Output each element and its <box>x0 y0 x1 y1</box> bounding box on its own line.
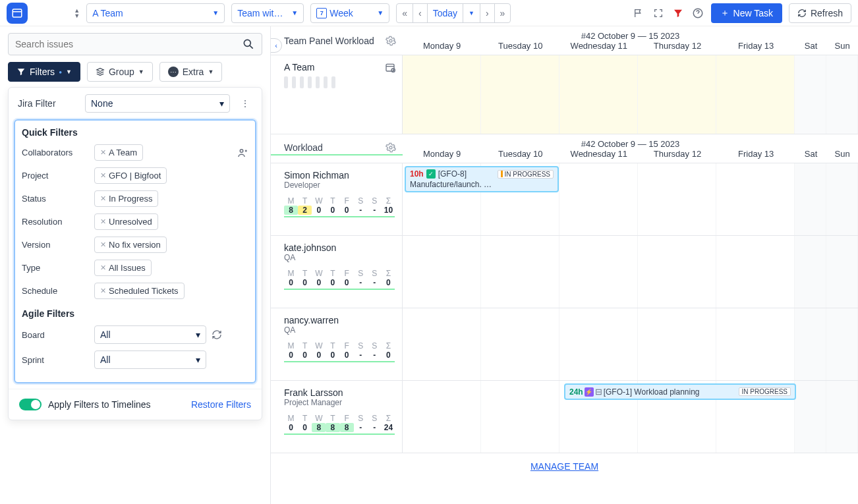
chip-schedule[interactable]: ✕Scheduled Tickets <box>94 283 185 299</box>
extra-button[interactable]: ⋯ Extra ▼ <box>159 62 223 82</box>
chevron-down-icon: ▼ <box>66 69 72 75</box>
close-icon[interactable]: ✕ <box>100 287 106 295</box>
gear-icon[interactable] <box>386 142 396 153</box>
close-icon[interactable]: ✕ <box>100 240 106 249</box>
day-header: Tuesday 10 <box>481 149 559 159</box>
person-icon[interactable] <box>237 147 248 159</box>
task-hours: 10h <box>410 169 424 179</box>
day-header: Wednesday 11 <box>559 149 638 159</box>
close-icon[interactable]: ✕ <box>100 264 106 272</box>
day-header: Monday 9 <box>403 41 481 51</box>
chevron-down-icon: ▼ <box>291 9 298 16</box>
workload-header: Workload #42 October 9 — 15 2023 Monday … <box>271 134 858 163</box>
chip-status[interactable]: ✕In Progress <box>94 190 158 207</box>
team-workload-bars <box>284 76 395 88</box>
chip-project[interactable]: ✕GFO | Bigfoot <box>94 167 167 184</box>
svg-point-6 <box>389 40 392 42</box>
kebab-icon[interactable]: ⋮ <box>238 98 252 109</box>
day-header: Wednesday 11 <box>559 41 638 51</box>
day-header: Sun <box>826 41 858 51</box>
sidebar: Filters ● ▼ Group ▼ ⋯ Extra ▼ Jira Filte… <box>0 26 270 504</box>
task-type-icon: ✓ <box>426 169 436 179</box>
team-panel-title: Team Panel Workload <box>284 36 374 46</box>
nav-prev-button[interactable]: ‹ <box>413 4 428 22</box>
person-role: Developer <box>284 181 395 190</box>
svg-rect-0 <box>13 9 22 17</box>
more-icon: ⋯ <box>168 67 179 77</box>
chip-version[interactable]: ✕No fix version <box>94 237 167 253</box>
quick-filters-section: Quick Filters Collaborators ✕A Team Proj… <box>14 119 256 383</box>
help-icon[interactable] <box>691 7 704 20</box>
task-card[interactable]: 10h✓[GFO-8]IN PROGRESSManufacture/launch… <box>405 166 559 192</box>
person-role: QA <box>284 253 395 262</box>
svg-line-4 <box>250 45 253 49</box>
chevron-down-icon: ▼ <box>212 9 219 16</box>
app-icon <box>7 3 28 24</box>
fullscreen-icon[interactable] <box>652 7 665 20</box>
refresh-icon[interactable] <box>212 329 222 340</box>
refresh-icon <box>797 9 807 18</box>
person-row: nancy.warrenQAMTWTFSSΣ00000--0 <box>271 308 858 381</box>
restore-filters-link[interactable]: Restore Filters <box>191 399 251 410</box>
svg-point-10 <box>389 146 392 149</box>
close-icon[interactable]: ✕ <box>100 171 106 180</box>
nav-today-dropdown[interactable]: ▼ <box>463 4 480 22</box>
close-icon[interactable]: ✕ <box>100 194 106 203</box>
date-nav: « ‹ Today ▼ › » <box>396 3 511 23</box>
new-task-button[interactable]: ＋ New Task <box>711 3 782 23</box>
person-role: Project Manager <box>284 398 395 407</box>
search-icon[interactable] <box>242 38 255 51</box>
search-input[interactable] <box>15 39 242 49</box>
nav-first-button[interactable]: « <box>397 4 413 22</box>
active-dot-icon: ● <box>59 69 62 75</box>
filters-button[interactable]: Filters ● ▼ <box>8 62 80 82</box>
week-label: #42 October 9 — 15 2023 <box>403 31 858 41</box>
team-name: A Team <box>284 62 395 72</box>
chip-resolution[interactable]: ✕Unresolved <box>94 213 158 230</box>
sprint-select[interactable]: All▾ <box>94 350 206 369</box>
nav-last-button[interactable]: » <box>495 4 511 22</box>
calendar-icon[interactable] <box>385 62 395 72</box>
board-select[interactable]: All▾ <box>94 325 206 344</box>
close-icon[interactable]: ✕ <box>100 217 106 226</box>
hours-grid: MTWTFSSΣ00000--0 <box>284 341 395 362</box>
plus-icon: ＋ <box>720 7 729 19</box>
task-key: [GFO-8] <box>438 169 467 179</box>
hours-grid: MTWTFSSΣ00888--24 <box>284 414 395 435</box>
day-header: Sat <box>795 149 827 159</box>
top-bar: Planner General ▲▼ A Team ▼ Team wit… ▼ … <box>0 0 858 26</box>
team-with-dropdown[interactable]: Team wit… ▼ <box>231 3 304 23</box>
chevron-down-icon: ▾ <box>219 98 224 109</box>
day-header: Tuesday 10 <box>481 41 559 51</box>
chevron-down-icon: ▼ <box>138 69 144 75</box>
refresh-button[interactable]: Refresh <box>789 3 851 23</box>
task-hours: 24h <box>569 387 583 397</box>
manage-team-link[interactable]: MANAGE TEAM <box>271 453 858 480</box>
close-icon[interactable]: ✕ <box>100 148 106 157</box>
app-switcher-chevrons[interactable]: ▲▼ <box>74 8 80 18</box>
team-dropdown[interactable]: A Team ▼ <box>86 3 225 23</box>
nav-next-button[interactable]: › <box>480 4 495 22</box>
person-role: QA <box>284 325 395 335</box>
range-dropdown[interactable]: 7 Week ▼ <box>310 3 389 23</box>
task-type-icon: ⚡ <box>585 387 594 397</box>
person-name: kate.johnson <box>284 242 395 253</box>
calendar-icon: 7 <box>316 8 327 18</box>
day-header: Monday 9 <box>403 149 481 159</box>
nav-today-button[interactable]: Today <box>428 4 463 22</box>
search-input-wrap[interactable] <box>8 33 262 55</box>
filter-icon[interactable] <box>672 7 685 20</box>
agile-filters-title: Agile Filters <box>22 308 248 319</box>
chip-collaborators[interactable]: ✕A Team <box>94 144 143 161</box>
hours-grid: MTWTFSSΣ00000--0 <box>284 269 395 290</box>
chip-type[interactable]: ✕All Issues <box>94 260 152 276</box>
flag-icon[interactable] <box>632 7 645 20</box>
svg-point-5 <box>240 149 243 152</box>
svg-point-3 <box>244 40 250 46</box>
group-button[interactable]: Group ▼ <box>87 62 153 82</box>
day-header: Thursday 12 <box>638 149 716 159</box>
gear-icon[interactable] <box>386 36 396 46</box>
apply-filters-toggle[interactable] <box>19 399 42 410</box>
jira-filter-select[interactable]: None ▾ <box>85 94 230 113</box>
task-card[interactable]: 24h ⚡ ⊟ [GFO-1] Workload planningIN PROG… <box>564 383 796 400</box>
